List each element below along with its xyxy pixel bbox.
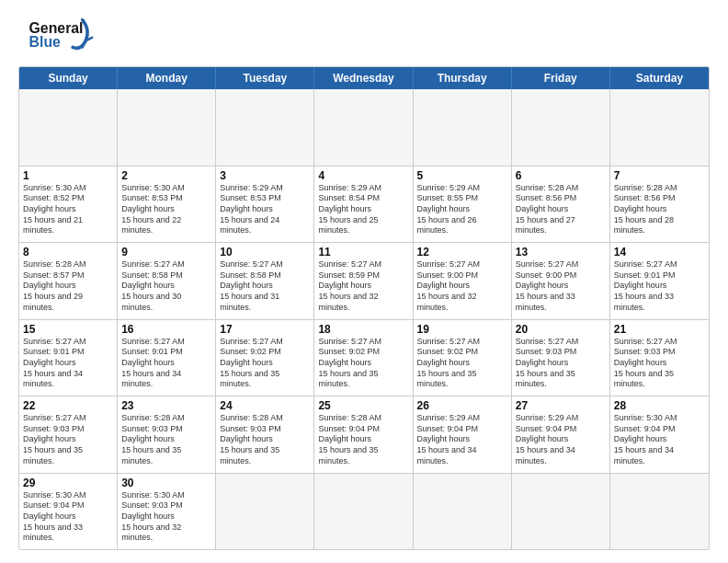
- day-number: 7: [614, 169, 705, 182]
- calendar-cell: 8Sunrise: 5:28 AMSunset: 8:57 PMDaylight…: [19, 243, 118, 319]
- day-info: Sunrise: 5:29 AMSunset: 8:53 PMDaylight …: [220, 183, 310, 236]
- day-info: Sunrise: 5:30 AMSunset: 9:04 PMDaylight …: [23, 490, 113, 544]
- calendar-cell: 27Sunrise: 5:29 AMSunset: 9:04 PMDayligh…: [512, 396, 610, 473]
- day-number: 26: [417, 399, 507, 412]
- calendar-body: 1Sunrise: 5:30 AMSunset: 8:52 PMDaylight…: [19, 89, 709, 549]
- calendar: SundayMondayTuesdayWednesdayThursdayFrid…: [18, 66, 710, 550]
- header-day-thursday: Thursday: [414, 67, 512, 89]
- day-info: Sunrise: 5:28 AMSunset: 8:56 PMDaylight …: [516, 183, 606, 236]
- calendar-cell: 17Sunrise: 5:27 AMSunset: 9:02 PMDayligh…: [216, 320, 314, 396]
- calendar-cell: 7Sunrise: 5:28 AMSunset: 8:56 PMDaylight…: [610, 167, 709, 243]
- day-info: Sunrise: 5:27 AMSunset: 8:58 PMDaylight …: [220, 259, 310, 313]
- day-number: 20: [516, 323, 606, 336]
- calendar-row-3: 15Sunrise: 5:27 AMSunset: 9:01 PMDayligh…: [19, 320, 709, 397]
- calendar-cell: 3Sunrise: 5:29 AMSunset: 8:53 PMDaylight…: [216, 167, 314, 243]
- day-info: Sunrise: 5:27 AMSunset: 9:02 PMDaylight …: [220, 337, 310, 390]
- day-number: 8: [23, 246, 113, 259]
- day-number: 30: [121, 477, 211, 489]
- calendar-cell: 28Sunrise: 5:30 AMSunset: 9:04 PMDayligh…: [610, 396, 709, 473]
- calendar-cell: 16Sunrise: 5:27 AMSunset: 9:01 PMDayligh…: [118, 320, 216, 396]
- calendar-cell: 19Sunrise: 5:27 AMSunset: 9:02 PMDayligh…: [414, 320, 512, 396]
- day-info: Sunrise: 5:28 AMSunset: 9:03 PMDaylight …: [121, 413, 211, 466]
- day-number: 23: [121, 399, 211, 412]
- calendar-cell: 4Sunrise: 5:29 AMSunset: 8:54 PMDaylight…: [314, 167, 413, 243]
- calendar-cell: 2Sunrise: 5:30 AMSunset: 8:53 PMDaylight…: [118, 167, 216, 243]
- header-day-sunday: Sunday: [19, 67, 118, 89]
- day-number: 13: [516, 246, 606, 259]
- day-number: 11: [318, 246, 408, 259]
- calendar-header: SundayMondayTuesdayWednesdayThursdayFrid…: [19, 67, 709, 89]
- calendar-cell: 20Sunrise: 5:27 AMSunset: 9:03 PMDayligh…: [512, 320, 610, 396]
- day-info: Sunrise: 5:29 AMSunset: 9:04 PMDaylight …: [417, 413, 507, 466]
- day-number: 24: [220, 399, 310, 412]
- calendar-cell: [216, 474, 314, 550]
- day-info: Sunrise: 5:28 AMSunset: 8:57 PMDaylight …: [23, 259, 113, 313]
- day-info: Sunrise: 5:28 AMSunset: 9:04 PMDaylight …: [318, 413, 408, 466]
- header-day-wednesday: Wednesday: [314, 67, 413, 89]
- calendar-cell: 5Sunrise: 5:29 AMSunset: 8:55 PMDaylight…: [414, 167, 512, 243]
- day-number: 10: [220, 246, 310, 259]
- calendar-cell: 12Sunrise: 5:27 AMSunset: 9:00 PMDayligh…: [414, 243, 512, 319]
- day-info: Sunrise: 5:27 AMSunset: 8:58 PMDaylight …: [121, 259, 211, 313]
- calendar-cell: 1Sunrise: 5:30 AMSunset: 8:52 PMDaylight…: [19, 167, 118, 243]
- day-info: Sunrise: 5:27 AMSunset: 8:59 PMDaylight …: [318, 259, 408, 313]
- calendar-cell: 24Sunrise: 5:28 AMSunset: 9:03 PMDayligh…: [216, 396, 314, 473]
- day-info: Sunrise: 5:29 AMSunset: 9:04 PMDaylight …: [516, 413, 606, 466]
- day-info: Sunrise: 5:30 AMSunset: 8:52 PMDaylight …: [23, 183, 113, 236]
- day-info: Sunrise: 5:27 AMSunset: 9:01 PMDaylight …: [121, 337, 211, 390]
- day-number: 12: [417, 246, 507, 259]
- calendar-cell: 6Sunrise: 5:28 AMSunset: 8:56 PMDaylight…: [512, 167, 610, 243]
- day-number: 28: [614, 399, 705, 412]
- calendar-cell: 10Sunrise: 5:27 AMSunset: 8:58 PMDayligh…: [216, 243, 314, 319]
- calendar-cell: [314, 474, 413, 550]
- day-number: 6: [516, 169, 606, 182]
- header-day-tuesday: Tuesday: [216, 67, 314, 89]
- day-number: 14: [614, 246, 705, 259]
- day-info: Sunrise: 5:30 AMSunset: 9:04 PMDaylight …: [614, 413, 705, 466]
- day-number: 18: [318, 323, 408, 336]
- day-number: 4: [318, 169, 408, 182]
- day-info: Sunrise: 5:27 AMSunset: 9:01 PMDaylight …: [614, 259, 705, 313]
- day-number: 22: [23, 399, 113, 412]
- calendar-row-4: 22Sunrise: 5:27 AMSunset: 9:03 PMDayligh…: [19, 396, 709, 474]
- logo: General Blue: [18, 17, 101, 57]
- calendar-cell: [414, 474, 512, 550]
- calendar-cell: 25Sunrise: 5:28 AMSunset: 9:04 PMDayligh…: [314, 396, 413, 473]
- day-info: Sunrise: 5:27 AMSunset: 9:02 PMDaylight …: [318, 337, 408, 390]
- day-number: 19: [417, 323, 507, 336]
- day-info: Sunrise: 5:27 AMSunset: 9:01 PMDaylight …: [23, 337, 113, 390]
- svg-text:General: General: [29, 20, 84, 36]
- calendar-cell: [512, 89, 610, 166]
- day-number: 3: [220, 169, 310, 182]
- calendar-cell: [512, 474, 610, 550]
- header-day-monday: Monday: [118, 67, 216, 89]
- day-info: Sunrise: 5:29 AMSunset: 8:55 PMDaylight …: [417, 183, 507, 236]
- day-number: 27: [516, 399, 606, 412]
- day-number: 9: [121, 246, 211, 259]
- calendar-cell: [216, 89, 314, 166]
- calendar-cell: 26Sunrise: 5:29 AMSunset: 9:04 PMDayligh…: [414, 396, 512, 473]
- page: General Blue SundayMondayTuesdayWednesda…: [0, 0, 728, 563]
- calendar-cell: 23Sunrise: 5:28 AMSunset: 9:03 PMDayligh…: [118, 396, 216, 473]
- day-info: Sunrise: 5:27 AMSunset: 9:03 PMDaylight …: [614, 337, 705, 390]
- calendar-cell: 30Sunrise: 5:30 AMSunset: 9:03 PMDayligh…: [118, 474, 216, 550]
- day-number: 5: [417, 169, 507, 182]
- day-info: Sunrise: 5:28 AMSunset: 8:56 PMDaylight …: [614, 183, 705, 236]
- calendar-row-1: 1Sunrise: 5:30 AMSunset: 8:52 PMDaylight…: [19, 167, 709, 244]
- calendar-row-5: 29Sunrise: 5:30 AMSunset: 9:04 PMDayligh…: [19, 474, 709, 550]
- day-number: 1: [23, 169, 113, 182]
- day-info: Sunrise: 5:29 AMSunset: 8:54 PMDaylight …: [318, 183, 408, 236]
- calendar-cell: 11Sunrise: 5:27 AMSunset: 8:59 PMDayligh…: [314, 243, 413, 319]
- day-info: Sunrise: 5:30 AMSunset: 9:03 PMDaylight …: [121, 490, 211, 544]
- day-number: 25: [318, 399, 408, 412]
- calendar-cell: 15Sunrise: 5:27 AMSunset: 9:01 PMDayligh…: [19, 320, 118, 396]
- calendar-row-0: [19, 89, 709, 167]
- calendar-row-2: 8Sunrise: 5:28 AMSunset: 8:57 PMDaylight…: [19, 243, 709, 320]
- day-number: 29: [23, 477, 113, 489]
- header: General Blue: [18, 17, 710, 57]
- calendar-cell: 18Sunrise: 5:27 AMSunset: 9:02 PMDayligh…: [314, 320, 413, 396]
- day-number: 17: [220, 323, 310, 336]
- calendar-cell: 29Sunrise: 5:30 AMSunset: 9:04 PMDayligh…: [19, 474, 118, 550]
- calendar-cell: [610, 89, 709, 166]
- day-number: 2: [121, 169, 211, 182]
